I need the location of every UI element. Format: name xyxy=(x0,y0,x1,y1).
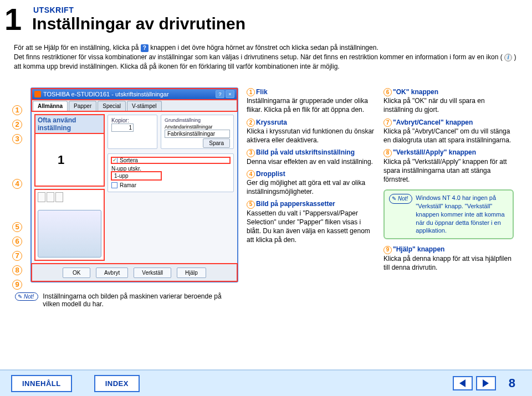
sortera-label: Sortera xyxy=(120,157,138,163)
legend-num-5: 5 xyxy=(247,200,255,209)
note-badge-label: Not! xyxy=(398,195,408,203)
dialog-titlebar: TOSHIBA e-STUDIO161 - utskriftsinställni… xyxy=(32,89,237,100)
preset-preview: 1 xyxy=(35,133,104,186)
intro-text-2a: Det finns restriktioner för vissa kombin… xyxy=(14,53,504,61)
anvandar-dropdown[interactable]: Fabriksinställningar xyxy=(165,130,230,138)
legend-body-9: Klicka på denna knapp för att visa hjälp… xyxy=(383,254,514,272)
legend-title-9: "Hjälp" knappen xyxy=(393,245,444,253)
legend-num-3: 3 xyxy=(247,149,255,157)
app-icon xyxy=(34,91,41,97)
index-button[interactable]: INDEX xyxy=(94,375,140,392)
green-note-box: ✎Not! Windows NT 4.0 har ingen på "Verks… xyxy=(383,189,514,239)
ofta-header: Ofta använd inställning xyxy=(35,115,104,133)
chapter-number: 1 xyxy=(4,1,22,37)
printer-preview xyxy=(35,189,104,260)
legend-body-1: Inställningarna är grupperade under olik… xyxy=(247,96,377,114)
intro-text-1b: knappen i det övre högra hörnet av fönst… xyxy=(150,44,378,52)
grund-legend: Grundinställning xyxy=(165,117,230,123)
legend-num-6: 6 xyxy=(383,88,392,96)
note-badge-label: Not! xyxy=(24,294,34,300)
legend-num-4: 4 xyxy=(247,170,255,178)
ramar-checkbox[interactable] xyxy=(111,182,117,188)
legend-body-6: Klicka på "OK" när du vill spara en inst… xyxy=(383,96,514,114)
tab-special[interactable]: Special xyxy=(98,101,126,111)
document-stack-icon xyxy=(38,192,101,208)
tab-bar: Allmänna Papper Special V-stämpel xyxy=(32,100,237,111)
pencil-icon: ✎ xyxy=(392,195,396,203)
kopior-label: Kopior: xyxy=(111,117,154,124)
contents-button[interactable]: INNEHÅLL xyxy=(11,375,72,392)
legend-title-7: "Avbryt/Cancel" knappen xyxy=(393,119,473,126)
legend-body-3: Denna visar effekten av en vald inställn… xyxy=(247,157,377,166)
dialog-title: TOSHIBA e-STUDIO161 - utskriftsinställni… xyxy=(43,91,169,97)
legend-num-9: 9 xyxy=(383,246,392,254)
legend-title-3: Bild på vald utskriftsinställning xyxy=(256,148,355,156)
ramar-label: Ramar xyxy=(120,182,136,188)
note-text: Inställningarna och bilden på maskinen v… xyxy=(43,292,240,308)
page-footer: INNEHÅLL INDEX 8 xyxy=(0,369,532,396)
ok-button[interactable]: OK xyxy=(63,268,90,278)
titlebar-help-button[interactable]: ? xyxy=(216,90,224,98)
legend-num-8: 8 xyxy=(383,149,392,157)
nupp-label: N-upp utskr. xyxy=(111,166,141,172)
avbryt-button[interactable]: Avbryt xyxy=(96,268,128,278)
legend-title-4: Dropplist xyxy=(256,170,285,178)
help-icon: ? xyxy=(141,44,149,52)
page-number: 8 xyxy=(509,376,515,390)
dialog-window: TOSHIBA e-STUDIO161 - utskriftsinställni… xyxy=(30,88,238,282)
intro-text-1a: För att se Hjälp för en inställning, kli… xyxy=(14,44,141,52)
legend-body-4: Ger dig möjlighet att göra ett val av ol… xyxy=(247,178,377,196)
legend-title-2: Kryssruta xyxy=(256,119,287,126)
kopior-spinner[interactable]: 1 xyxy=(111,124,134,132)
triangle-right-icon xyxy=(483,379,489,387)
triangle-left-icon xyxy=(459,379,466,387)
section-pretitle: UTSKRIFT xyxy=(33,6,74,14)
preset-number: 1 xyxy=(58,153,64,167)
legend-num-1: 1 xyxy=(247,88,255,96)
legend-body-5: Kassetten du valt i "Pappersval/Paper Se… xyxy=(247,209,377,245)
note-badge: ✎Not! xyxy=(15,292,38,301)
info-icon: i xyxy=(504,54,512,61)
legend-title-1: Flik xyxy=(256,88,268,96)
sortera-checkbox[interactable]: ✓ xyxy=(111,157,117,163)
legend-body-7: Klicka på "Avbryt/Cancel" om du vill stä… xyxy=(383,127,514,145)
hjalp-button[interactable]: Hjälp xyxy=(177,268,206,278)
verkstall-button[interactable]: Verkställ xyxy=(134,268,171,278)
spara-button[interactable]: Spara xyxy=(203,138,230,148)
legend-title-6: "OK" knappen xyxy=(393,88,438,96)
legend-num-7: 7 xyxy=(383,119,392,127)
dialog-actions: OK Avbryt Verkställ Hjälp xyxy=(32,264,237,281)
green-note-text: Windows NT 4.0 har ingen på "Verkställ" … xyxy=(416,194,508,235)
tab-papper[interactable]: Papper xyxy=(69,101,96,111)
printer-device-icon xyxy=(38,210,101,258)
anvandar-label: Användarinställningar xyxy=(165,124,230,130)
nupp-dropdown[interactable]: 1-upp xyxy=(111,172,161,180)
tab-vstampel[interactable]: V-stämpel xyxy=(127,101,161,111)
intro-paragraph: För att se Hjälp för en inställning, kli… xyxy=(14,43,518,71)
note-badge-green: ✎Not! xyxy=(389,194,412,204)
next-page-button[interactable] xyxy=(476,376,496,390)
prev-page-button[interactable] xyxy=(453,376,473,390)
tab-allmanna[interactable]: Allmänna xyxy=(33,101,68,111)
page-title: Inställningar av drivrutinen xyxy=(32,14,245,33)
legend-body-8: Klicka på "Verkställ/Apply" knappen för … xyxy=(383,157,514,184)
legend-num-2: 2 xyxy=(247,119,255,127)
legend-title-5: Bild på papperskassetter xyxy=(256,200,335,208)
pencil-icon: ✎ xyxy=(18,294,22,300)
legend-body-2: Klicka i kryssrutan vid funktionen du ön… xyxy=(247,127,377,145)
close-button[interactable]: × xyxy=(226,90,234,98)
legend-title-8: "Verkställ/Apply" knappen xyxy=(393,148,476,156)
